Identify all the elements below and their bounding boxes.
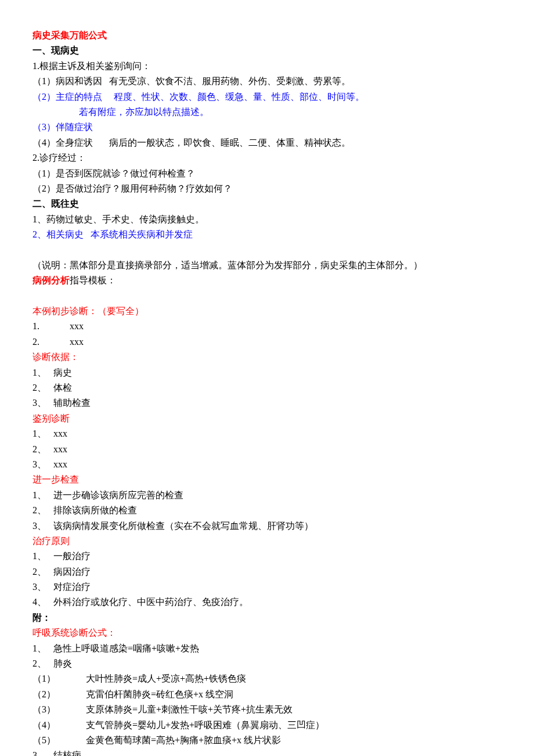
text-line: （2） 克雷伯杆菌肺炎=砖红色痰+x 线空洞 (33, 687, 501, 702)
text-line-blue: 若有附症，亦应加以特点描述。 (33, 105, 501, 120)
text-line: （1） 大叶性肺炎=成人+受凉+高热+铁锈色痰 (33, 671, 501, 686)
text-line: 3、 结核病 (33, 748, 501, 756)
text-line: 2、 xxx (33, 442, 501, 457)
blank-line (33, 289, 501, 304)
title-case-analysis-red: 病例分析 (33, 275, 70, 285)
text-line-blue: （3）伴随症状 (33, 120, 501, 135)
text-line: 3、 辅助检查 (33, 395, 501, 411)
text-line: 1、 进一步确诊该病所应完善的检查 (33, 488, 501, 503)
text-line: 1、 xxx (33, 426, 501, 441)
text-line: 2. xxx (33, 334, 501, 350)
text-line: （3） 支原体肺炎=儿童+刺激性干咳+关节疼+抗生素无效 (33, 702, 501, 717)
text-line: 2、 体检 (33, 380, 501, 395)
heading-differential: 鉴别诊断 (33, 411, 501, 426)
text-line: 2、 肺炎 (33, 656, 501, 671)
text-line: （1）病因和诱因 有无受凉、饮食不洁、服用药物、外伤、受刺激、劳累等。 (33, 74, 501, 89)
text-line: （5） 金黄色葡萄球菌=高热+胸痛+脓血痰+x 线片状影 (33, 733, 501, 748)
title-case-analysis: 病例分析指导模板： (33, 273, 501, 288)
text-line-blue: 2、相关病史 本系统相关疾病和并发症 (33, 227, 501, 242)
text-line: 1、药物过敏史、手术史、传染病接触史。 (33, 212, 501, 227)
text-line: （2）是否做过治疗？服用何种药物？疗效如何？ (33, 181, 501, 196)
heading-treatment: 治疗原则 (33, 534, 501, 549)
text-line: 1、 一般治疗 (33, 549, 501, 564)
heading-appendix: 附： (33, 610, 501, 625)
heading-past-history: 二、既往史 (33, 196, 501, 211)
heading-preliminary-dx: 本例初步诊断：（要写全） (33, 304, 501, 319)
text-line: （4） 支气管肺炎=婴幼儿+发热+呼吸困难（鼻翼扇动、三凹症） (33, 718, 501, 733)
text-line: 1、 急性上呼吸道感染=咽痛+咳嗽+发热 (33, 641, 501, 656)
note-line: （说明：黑体部分是直接摘录部分，适当增减。蓝体部分为发挥部分，病史采集的主体部分… (33, 258, 501, 273)
text-line: 2.诊疗经过： (33, 150, 501, 165)
text-line: （1）是否到医院就诊？做过何种检查？ (33, 166, 501, 181)
text-line: 3、 xxx (33, 457, 501, 472)
text-line-blue: （2）主症的特点 程度、性状、次数、颜色、缓急、量、性质、部位、时间等。 (33, 89, 501, 105)
text-line: 3、 对症治疗 (33, 579, 501, 595)
text-line: 4、 外科治疗或放化疗、中医中药治疗、免疫治疗。 (33, 595, 501, 610)
blank-line (33, 242, 501, 257)
title-case-analysis-suffix: 指导模板： (70, 275, 116, 285)
text-line: 1.根据主诉及相关鉴别询问： (33, 59, 501, 74)
title-history-formula: 病史采集万能公式 (33, 28, 501, 43)
text-line: 2、 病因治疗 (33, 564, 501, 579)
heading-basis: 诊断依据： (33, 350, 501, 365)
text-line: 1、 病史 (33, 365, 501, 380)
heading-current-history: 一、现病史 (33, 43, 501, 58)
text-line: 1. xxx (33, 319, 501, 334)
text-line: 2、 排除该病所做的检查 (33, 503, 501, 518)
heading-respiratory-formula: 呼吸系统诊断公式： (33, 625, 501, 640)
heading-further-exam: 进一步检查 (33, 472, 501, 487)
text-line: 3、 该病病情发展变化所做检查（实在不会就写血常规、肝肾功等） (33, 519, 501, 534)
text-line: （4）全身症状 病后的一般状态，即饮食、睡眠、二便、体重、精神状态。 (33, 135, 501, 150)
